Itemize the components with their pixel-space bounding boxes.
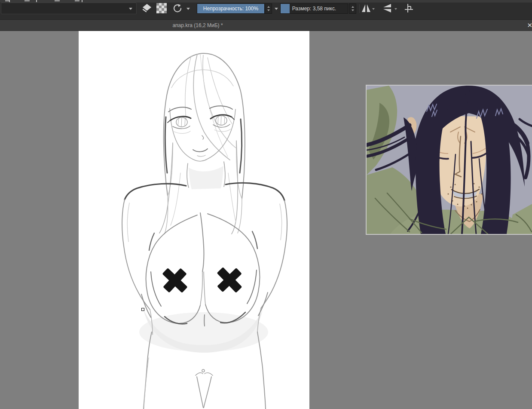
krita-window: Непрозрачность: 100% Размер: 3,58 пикс. [0,0,532,409]
brush-preset-dropdown[interactable] [1,3,137,14]
size-slider[interactable]: Размер: 3,58 пикс. [280,3,348,14]
document-canvas[interactable] [79,31,309,409]
censor-x-right [217,267,242,293]
toolbar-separator [359,4,360,13]
crop-icon [404,3,414,13]
opacity-spinner[interactable] [265,3,272,14]
spinner-down-icon [352,9,354,11]
crop-button[interactable] [403,2,415,14]
reference-art [367,86,532,234]
clipped-icon [36,0,37,2]
eraser-icon [142,3,152,13]
mirror-vertical-button[interactable] [382,2,393,14]
chevron-down-icon[interactable] [275,8,278,10]
sketch-lines [122,53,287,409]
censor-x-left [162,268,187,293]
reload-preset-button[interactable] [171,2,183,14]
figure-sketch [79,31,309,409]
size-spinner[interactable] [349,3,356,14]
chevron-down-icon[interactable] [187,8,190,10]
reference-image[interactable] [366,85,532,235]
spinner-down-icon [267,9,270,11]
brush-options-toolbar: Непрозрачность: 100% Размер: 3,58 пикс. [0,3,532,20]
document-tab-bar: апар.kra (16,2 МиБ) * ✕ [0,20,532,31]
clipped-icon [82,0,83,2]
preserve-alpha-button[interactable] [156,2,168,14]
opacity-slider-label: Непрозрачность: 100% [197,4,264,13]
chevron-down-icon[interactable] [372,8,375,10]
clipped-icon [24,0,30,1]
brush-cursor [141,308,144,311]
clipped-icon [55,0,60,1]
opacity-slider[interactable]: Непрозрачность: 100% [197,3,265,14]
document-tab-title[interactable]: апар.kra (16,2 МиБ) * [0,20,395,31]
chevron-down-icon[interactable] [394,8,397,10]
mirror-horizontal-icon [361,3,371,13]
size-slider-label: Размер: 3,58 пикс. [281,4,348,13]
mirror-horizontal-button[interactable] [361,2,371,14]
preserve-alpha-icon [156,3,167,13]
chevron-down-icon [129,8,132,10]
mirror-vertical-icon [382,3,392,13]
clipped-icon [75,0,79,1]
tab-close-button[interactable]: ✕ [526,20,532,31]
eraser-button[interactable] [141,2,153,14]
clipped-icon [9,0,10,2]
spinner-up-icon [267,6,270,8]
reload-icon [172,3,182,13]
spinner-up-icon [352,6,354,8]
